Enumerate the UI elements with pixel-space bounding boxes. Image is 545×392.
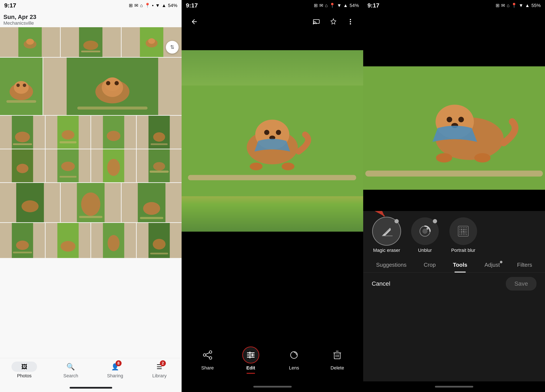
photo-cell[interactable] <box>91 149 136 182</box>
save-button[interactable]: Save <box>506 277 537 290</box>
photo-svg <box>46 116 91 149</box>
cancel-button[interactable]: Cancel <box>372 280 390 287</box>
svg-point-100 <box>436 153 452 163</box>
svg-point-110 <box>463 227 464 228</box>
svg-rect-73 <box>188 175 356 180</box>
svg-point-46 <box>81 193 100 216</box>
svg-point-122 <box>466 231 467 232</box>
battery-3: 55% <box>531 3 541 8</box>
wifi-icon-3: ▼ <box>519 3 523 8</box>
location-icon-2: 📍 <box>329 3 335 8</box>
tab-crop[interactable]: Crop <box>421 257 438 272</box>
photo-cell[interactable] <box>137 149 182 182</box>
tab-suggestions-label: Suggestions <box>376 262 406 268</box>
svg-point-127 <box>466 232 467 233</box>
photo-svg <box>137 116 182 149</box>
cast-icon <box>313 18 320 25</box>
edit-photo-container[interactable] <box>363 45 545 211</box>
svg-point-119 <box>461 231 462 232</box>
svg-point-55 <box>61 241 76 252</box>
magic-eraser-icon-bg <box>373 217 400 245</box>
magic-eraser-label: Magic eraser <box>373 247 400 253</box>
photo-cell[interactable] <box>43 58 182 115</box>
main-photo-container[interactable] <box>182 75 363 207</box>
portrait-blur-tool[interactable]: Portrait blur <box>446 217 480 253</box>
more-button[interactable] <box>344 15 357 28</box>
favorite-button[interactable] <box>327 15 340 28</box>
photo-cell[interactable] <box>46 223 91 258</box>
tab-suggestions[interactable]: Suggestions <box>374 257 409 272</box>
svg-point-106 <box>427 228 428 230</box>
svg-rect-53 <box>13 252 32 253</box>
photo-svg <box>43 58 182 115</box>
photo-cell[interactable] <box>0 116 45 149</box>
svg-rect-24 <box>13 143 32 145</box>
photo-top-bar <box>182 11 363 32</box>
svg-point-62 <box>313 23 314 24</box>
svg-point-65 <box>350 23 351 24</box>
photo-cell[interactable] <box>46 149 91 182</box>
share-tool[interactable]: Share <box>199 346 216 374</box>
status-icons-1: ⊞ ✉ ⌂ 📍 • ▼ ▲ 54% <box>129 3 177 8</box>
photos-scroll: Sun, Apr 23 Mechanicsville <box>0 11 182 358</box>
grid-icon-2: ⊞ <box>314 3 318 8</box>
tab-filters[interactable]: Filters <box>515 257 534 272</box>
photo-cell[interactable] <box>46 116 91 149</box>
svg-point-36 <box>61 162 75 171</box>
delete-icon-wrap <box>329 346 346 363</box>
home-indicator-2-wrap <box>182 381 363 392</box>
edit-tool[interactable]: Edit <box>242 346 259 374</box>
scroll-indicator-button[interactable]: ⇅ <box>166 41 179 54</box>
photo-cell[interactable] <box>0 58 43 115</box>
photo-cell[interactable] <box>0 183 60 222</box>
photo-cell[interactable] <box>137 116 182 149</box>
photo-cell[interactable] <box>0 27 60 57</box>
svg-rect-47 <box>79 216 102 218</box>
photos-panel: 9:17 ⊞ ✉ ⌂ 📍 • ▼ ▲ 54% Sun, Apr 23 Mecha… <box>0 0 182 392</box>
svg-point-63 <box>350 19 351 20</box>
tab-tools[interactable]: Tools <box>451 257 469 272</box>
back-button[interactable] <box>188 15 201 28</box>
svg-point-117 <box>466 229 467 230</box>
svg-rect-82 <box>247 355 255 356</box>
grid-icon-3: ⊞ <box>495 3 499 8</box>
edit-icon <box>246 350 256 360</box>
svg-rect-5 <box>81 51 100 52</box>
photo-cell[interactable] <box>91 223 136 258</box>
cast-button[interactable] <box>310 15 323 28</box>
photo-row-6 <box>0 223 182 258</box>
edit-tabs-row: Suggestions Crop Tools Adjust Filters <box>363 257 545 273</box>
nav-photos[interactable]: 🖼 Photos <box>12 362 37 379</box>
unblur-tool[interactable]: Unblur <box>408 217 442 253</box>
photo-row-3 <box>0 116 182 149</box>
photo-cell[interactable] <box>61 183 121 222</box>
nav-sharing[interactable]: 👤 8 Sharing <box>105 362 126 379</box>
battery-1: 54% <box>168 3 177 8</box>
photo-svg <box>46 223 91 258</box>
svg-point-129 <box>461 234 462 235</box>
svg-point-52 <box>16 241 29 250</box>
svg-point-108 <box>459 227 460 228</box>
photo-cell[interactable] <box>0 223 45 258</box>
photo-cell[interactable] <box>91 116 136 149</box>
scroll-arrows-icon: ⇅ <box>170 44 174 50</box>
delete-tool[interactable]: Delete <box>329 346 346 374</box>
photo-cell[interactable] <box>61 27 121 57</box>
lens-tool[interactable]: Lens <box>285 346 303 374</box>
tab-adjust[interactable]: Adjust <box>483 257 502 272</box>
svg-point-42 <box>153 162 165 171</box>
mail-icon-3: ✉ <box>501 3 505 8</box>
svg-point-97 <box>458 117 464 122</box>
svg-point-23 <box>15 132 30 142</box>
magic-eraser-tool[interactable]: Magic eraser <box>370 217 404 253</box>
nav-library[interactable]: ☰ 2 Library <box>149 362 170 379</box>
photo-row-2 <box>0 58 182 115</box>
svg-point-111 <box>464 227 465 228</box>
photo-cell[interactable] <box>137 223 182 258</box>
svg-point-124 <box>461 232 462 233</box>
nav-search[interactable]: 🔍 Search <box>60 362 81 379</box>
photo-cell[interactable] <box>122 183 182 222</box>
photo-svg <box>0 183 60 222</box>
photo-svg <box>137 149 182 182</box>
photo-cell[interactable] <box>0 149 45 182</box>
